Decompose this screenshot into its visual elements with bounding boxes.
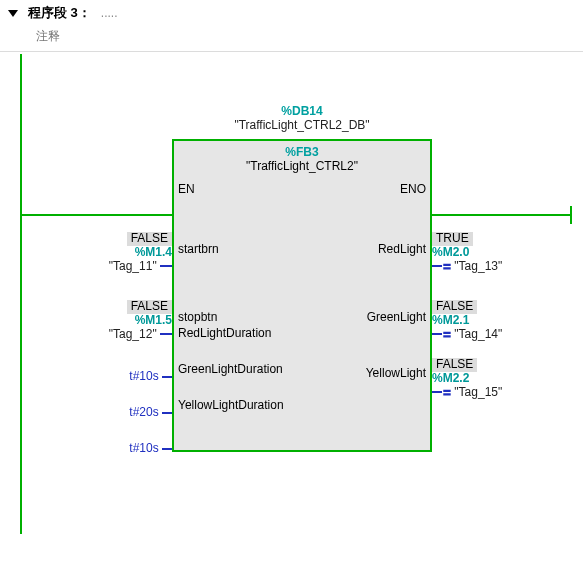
pin-redlight: RedLight (378, 242, 426, 256)
power-rail-right (432, 214, 572, 216)
pin-yellowlight: YellowLight (366, 366, 426, 380)
time-literal: t#10s (129, 369, 158, 383)
state-value: FALSE (432, 300, 477, 314)
assign-icon: 〓 (442, 387, 451, 398)
divider (0, 51, 583, 52)
tag-name: "Tag_15" (454, 385, 502, 399)
input-tag-11-block[interactable]: FALSE %M1.4 "Tag_11" (22, 232, 172, 273)
pin-yellowlightduration: YellowLightDuration (178, 398, 284, 412)
db-address: %DB14 (172, 104, 432, 118)
address: %M1.5 (135, 313, 172, 327)
address: %M2.2 (432, 371, 469, 385)
state-value: FALSE (127, 300, 172, 314)
segment-header[interactable]: 程序段 3： ..... (0, 0, 583, 26)
power-rail-left (22, 214, 172, 216)
fb-body: EN ENO startbrn RedLight stopbtn GreenLi… (174, 180, 430, 450)
tag-name: "Tag_14" (454, 327, 502, 341)
fb-box[interactable]: %FB3 "TrafficLight_CTRL2" EN ENO startbr… (172, 139, 432, 452)
instance-db-label[interactable]: %DB14 "TrafficLight_CTRL2_DB" (172, 104, 432, 133)
input-redduration[interactable]: t#10s (22, 370, 172, 384)
output-tag-15-block[interactable]: FALSE %M2.2 〓 "Tag_15" (432, 358, 572, 399)
assign-icon: 〓 (442, 261, 451, 272)
input-greenduration[interactable]: t#20s (22, 406, 172, 420)
output-tag-14-block[interactable]: FALSE %M2.1 〓 "Tag_14" (432, 300, 572, 341)
state-value: TRUE (432, 232, 473, 246)
address: %M2.0 (432, 245, 469, 259)
comment-label[interactable]: 注释 (0, 26, 583, 47)
pin-eno: ENO (400, 182, 426, 196)
fb-call[interactable]: %DB14 "TrafficLight_CTRL2_DB" %FB3 "Traf… (172, 104, 432, 452)
fb-address: %FB3 (176, 145, 428, 159)
address: %M1.4 (135, 245, 172, 259)
state-value: FALSE (432, 358, 477, 372)
fb-name: "TrafficLight_CTRL2" (176, 159, 428, 173)
input-tag-12-block[interactable]: FALSE %M1.5 "Tag_12" (22, 300, 172, 341)
fb-header: %FB3 "TrafficLight_CTRL2" (174, 141, 430, 180)
tag-name: "Tag_13" (454, 259, 502, 273)
segment-title: 程序段 3： (28, 4, 91, 22)
time-literal: t#10s (129, 441, 158, 455)
db-name: "TrafficLight_CTRL2_DB" (172, 118, 432, 132)
address: %M2.1 (432, 313, 469, 327)
pin-stopbtn: stopbtn (178, 310, 217, 324)
pin-greenlight: GreenLight (367, 310, 426, 324)
output-tag-13-block[interactable]: TRUE %M2.0 〓 "Tag_13" (432, 232, 572, 273)
pin-en: EN (178, 182, 195, 196)
collapse-icon[interactable] (8, 10, 18, 17)
input-yellowduration[interactable]: t#10s (22, 442, 172, 456)
pin-redlightduration: RedLightDuration (178, 326, 271, 340)
time-literal: t#20s (129, 405, 158, 419)
tag-name: "Tag_12" (109, 327, 157, 341)
tag-name: "Tag_11" (109, 259, 157, 273)
ladder-network: %DB14 "TrafficLight_CTRL2_DB" %FB3 "Traf… (20, 54, 580, 534)
rail-terminator (570, 206, 572, 224)
state-value: FALSE (127, 232, 172, 246)
pin-startbtn: startbrn (178, 242, 219, 256)
pin-greenlightduration: GreenLightDuration (178, 362, 283, 376)
segment-dots: ..... (101, 6, 118, 20)
assign-icon: 〓 (442, 329, 451, 340)
